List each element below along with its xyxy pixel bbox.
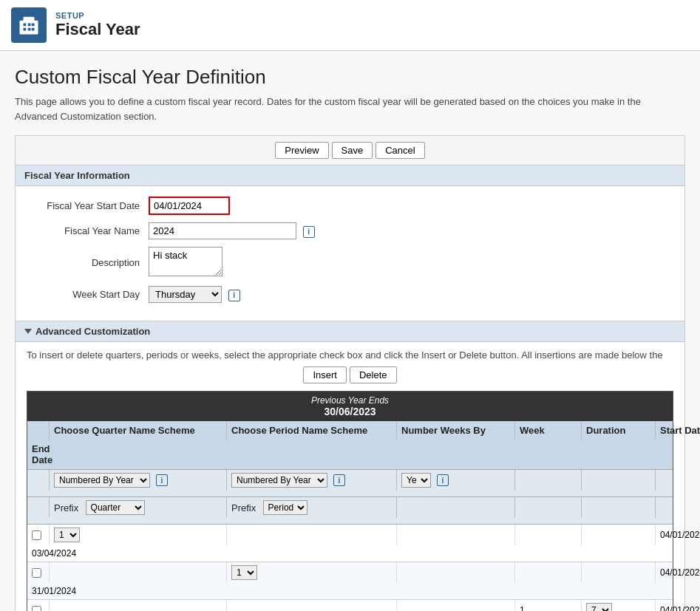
start-date-input-wrapper — [149, 197, 230, 215]
building-icon — [18, 14, 40, 36]
fiscal-name-input-wrapper: i — [149, 222, 315, 239]
row3-duration-select[interactable]: 567 — [586, 603, 612, 611]
prefix-cb — [27, 497, 50, 518]
prefix-week-col — [515, 497, 582, 518]
row1-quarter: 1234 — [50, 525, 227, 545]
row2-cb — [27, 562, 50, 583]
prefix-start-col — [656, 497, 700, 518]
collapse-triangle-icon — [24, 329, 32, 334]
prefix-end-col — [27, 518, 50, 524]
th-start-date-label: Start Date — [660, 425, 700, 436]
app-icon — [11, 7, 47, 43]
prefix-weeks — [397, 497, 515, 518]
data-table: Previous Year Ends 30/06/2023 Choose Qua… — [27, 391, 673, 611]
period-name-select[interactable]: Period P Custom — [263, 500, 307, 515]
prev-year-label: Previous Year Ends — [27, 395, 673, 406]
week-start-label: Week Start Day — [30, 289, 149, 300]
main-content: Custom Fiscal Year Definition This page … — [0, 51, 700, 611]
save-button[interactable]: Save — [332, 142, 373, 159]
row3-start: 04/01/2024 — [656, 600, 700, 611]
svg-rect-1 — [24, 17, 35, 21]
th-duration: Duration — [582, 421, 656, 440]
row1-end: 03/04/2024 — [27, 545, 50, 561]
insert-button[interactable]: Insert — [303, 366, 347, 383]
quarter-name-select[interactable]: Quarter Q Custom — [86, 500, 145, 515]
period-prefix-label: Prefix — [231, 502, 256, 513]
insert-delete-bar: Insert Delete — [27, 366, 673, 383]
th-end-date: End Date — [27, 440, 50, 469]
header-text: SETUP Fiscal Year — [55, 11, 140, 39]
row3-week: 1 — [515, 600, 582, 611]
fiscal-name-input[interactable] — [149, 222, 296, 239]
advanced-content: To insert or delete quarters, periods or… — [16, 342, 684, 611]
advanced-header[interactable]: Advanced Customization — [16, 321, 684, 342]
th-week: Week — [515, 421, 582, 440]
advanced-section: Advanced Customization To insert or dele… — [16, 321, 684, 611]
prev-year-banner: Previous Year Ends 30/06/2023 — [27, 392, 673, 421]
svg-rect-5 — [24, 28, 27, 31]
prefix-duration-col — [582, 497, 656, 518]
row2-end: 31/01/2024 — [27, 583, 50, 599]
svg-rect-3 — [28, 24, 31, 27]
fiscal-info-fields: Fiscal Year Start Date Fiscal Year Name … — [16, 186, 684, 321]
th-number-weeks: Number Weeks By — [397, 421, 515, 440]
th-period-scheme-label: Choose Period Name Scheme — [231, 425, 367, 436]
prev-year-date: 30/06/2023 — [27, 406, 673, 417]
subth-duration — [582, 470, 656, 491]
toolbar: Preview Save Cancel — [16, 136, 684, 165]
th-period-scheme: Choose Period Name Scheme — [227, 421, 397, 440]
row2-week — [515, 562, 582, 583]
subth-cb — [27, 470, 50, 491]
row3-checkbox[interactable] — [32, 606, 41, 612]
preview-button[interactable]: Preview — [275, 142, 328, 159]
description-textarea[interactable]: Hi stack — [149, 247, 222, 276]
row3-period — [227, 600, 397, 611]
table-row: 1 567 04/01/2024 10/01/2024 — [27, 600, 673, 611]
row2-period: 123 — [227, 562, 397, 583]
setup-label: SETUP — [55, 11, 140, 20]
row2-numweeks — [397, 562, 515, 583]
number-weeks-info-icon[interactable]: i — [437, 474, 449, 486]
quarter-scheme-select[interactable]: Numbered By Year Numbered By Quarter Nam… — [54, 473, 150, 488]
row2-checkbox[interactable] — [32, 568, 41, 578]
fiscal-name-info-icon[interactable]: i — [303, 226, 315, 238]
number-weeks-select[interactable]: Year Quarter Period — [401, 473, 431, 488]
fiscal-info-header: Fiscal Year Information — [16, 165, 684, 186]
subth-start — [656, 470, 700, 491]
fiscal-name-label: Fiscal Year Name — [30, 225, 149, 236]
row1-numweeks — [397, 525, 515, 545]
quarter-prefix-label: Prefix — [54, 502, 78, 513]
week-start-input-wrapper: Sunday Monday Tuesday Wednesday Thursday… — [149, 286, 240, 303]
table-row: 123 04/01/2024 31/01/2024 — [27, 562, 673, 600]
row3-numweeks — [397, 600, 515, 611]
row1-start: 04/01/2024 — [656, 525, 700, 545]
start-date-row: Fiscal Year Start Date — [30, 197, 670, 215]
week-start-select[interactable]: Sunday Monday Tuesday Wednesday Thursday… — [149, 286, 222, 303]
cancel-button[interactable]: Cancel — [376, 142, 424, 159]
row1-checkbox[interactable] — [32, 530, 41, 540]
week-start-info-icon[interactable]: i — [228, 290, 240, 301]
quarter-scheme-info-icon[interactable]: i — [156, 474, 168, 486]
svg-rect-4 — [32, 24, 35, 27]
svg-rect-0 — [20, 21, 38, 35]
row1-period — [227, 525, 397, 545]
description-input-wrapper: Hi stack — [149, 247, 222, 279]
table-prefix-row: Prefix Quarter Q Custom Prefix Period — [27, 497, 673, 525]
delete-button[interactable]: Delete — [350, 366, 397, 383]
period-scheme-select[interactable]: Numbered By Year Numbered By Period Name… — [231, 473, 327, 488]
description-row: Description Hi stack — [30, 247, 670, 279]
th-quarter-scheme: Choose Quarter Name Scheme — [50, 421, 227, 440]
start-date-input[interactable] — [149, 197, 230, 215]
period-scheme-info-icon[interactable]: i — [333, 474, 345, 486]
row2-quarter — [50, 562, 227, 583]
advanced-description: To insert or delete quarters, periods or… — [27, 349, 673, 361]
svg-rect-7 — [32, 28, 35, 31]
content-title: Custom Fiscal Year Definition — [15, 66, 685, 89]
th-checkbox — [27, 421, 50, 440]
row1-quarter-select[interactable]: 1234 — [54, 528, 80, 542]
th-quarter-scheme-label: Choose Quarter Name Scheme — [54, 425, 195, 436]
svg-rect-6 — [28, 28, 31, 31]
th-number-weeks-label: Number Weeks By — [401, 425, 486, 436]
row2-period-select[interactable]: 123 — [231, 565, 257, 580]
prefix-quarter: Prefix Quarter Q Custom — [50, 497, 227, 518]
